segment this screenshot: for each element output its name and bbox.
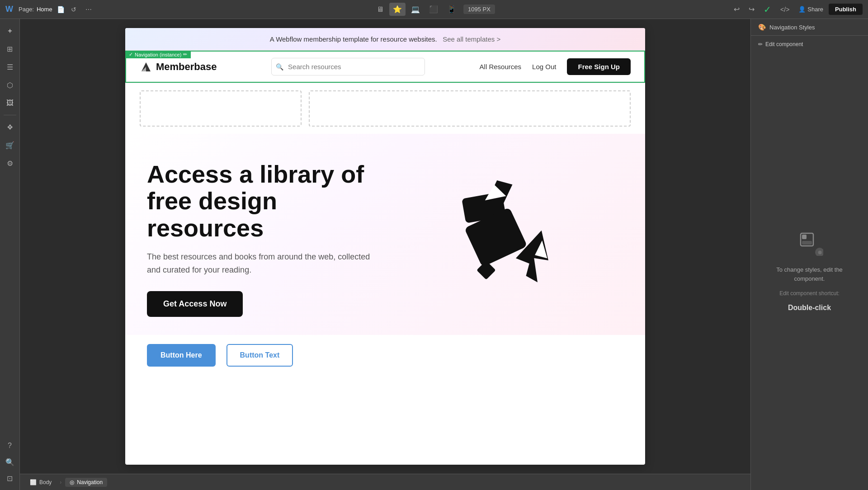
body-icon: ⬜	[30, 479, 37, 485]
svg-text:⊗: ⊗	[817, 250, 821, 255]
hero-illustration	[385, 162, 623, 316]
bottom-bar: ⬜ Body › ◎ Navigation	[20, 474, 750, 490]
hero-svg-illustration	[428, 162, 581, 316]
publish-button[interactable]: Publish	[829, 4, 863, 15]
page-history-icon[interactable]: ↺	[69, 4, 78, 15]
nav-cta-button[interactable]: Free Sign Up	[567, 58, 631, 75]
code-view-button[interactable]: </>	[777, 4, 793, 15]
webflow-logo-icon[interactable]: W	[5, 5, 13, 14]
nav-bar: ✓ Navigation (instance) ✏ Memberbase 🔍	[125, 51, 645, 83]
sidebar-item-add[interactable]: ＋	[2, 23, 18, 39]
share-button[interactable]: 👤 Share	[798, 6, 823, 13]
toolbar-center: 🖥 ⭐ 💻 ⬛ 📱 1095 PX	[373, 3, 495, 16]
sidebar-item-assets[interactable]: 🖼	[2, 95, 18, 111]
left-sidebar: ＋ ⊞ ☰ ⬡ 🖼 ❖ 🛒 ⚙ ? 🔍 ⊡	[0, 19, 20, 490]
device-icons: 🖥 ⭐ 💻 ⬛ 📱	[373, 3, 460, 16]
nav-instance-label: ✓ Navigation (instance) ✏	[125, 51, 191, 58]
device-tablet-h-btn[interactable]: ⬛	[425, 3, 442, 16]
announcement-link[interactable]: See all templates >	[443, 35, 500, 43]
svg-rect-8	[476, 261, 495, 280]
body-label: Body	[39, 479, 52, 485]
button-here-button[interactable]: Button Here	[147, 344, 216, 367]
page-content: A Webflow membership template for resour…	[125, 28, 645, 465]
edit-component-label: Edit component	[765, 41, 803, 47]
nav-search[interactable]: 🔍	[271, 58, 425, 75]
badge-svg: ⊗	[812, 245, 823, 256]
hero-title-line2: free design resources	[147, 187, 277, 241]
logo-icon	[140, 61, 152, 73]
right-sidebar: 🎨 Navigation Styles ✏ Edit component	[750, 19, 868, 490]
hero-subtitle: The best resources and books from around…	[147, 250, 385, 277]
sidebar-item-pages[interactable]: ☰	[2, 59, 18, 75]
nav-links: All Resources Log Out Free Sign Up	[480, 58, 631, 75]
nav-instance-area	[125, 83, 645, 134]
undo-redo: ↩ ↪	[730, 3, 758, 15]
breadcrumb-sep: ›	[60, 479, 61, 485]
logo-text: Memberbase	[156, 61, 217, 73]
page-label: Page: Home 📄 ↺	[19, 4, 78, 15]
sidebar-item-components[interactable]: ❖	[2, 119, 18, 135]
sidebar-item-search[interactable]: 🔍	[2, 454, 18, 470]
sidebar-bottom: ? 🔍 ⊡	[2, 438, 18, 486]
more-options-icon[interactable]: ⋯	[84, 4, 94, 15]
announcement-text: A Webflow membership template for resour…	[270, 35, 437, 43]
nav-styles-title: Navigation Styles	[769, 24, 815, 31]
nav-instance-edit-icon[interactable]: ✏	[183, 52, 187, 57]
nav-slot-left	[140, 90, 302, 127]
toolbar-right: ↩ ↪ ✓ </> 👤 Share Publish	[730, 3, 863, 15]
px-display: 1095 PX	[463, 5, 495, 14]
sidebar-hint: To change styles, edit the component.	[762, 265, 857, 283]
sidebar-item-audit[interactable]: ⊡	[2, 470, 18, 486]
sidebar-divider	[4, 115, 16, 115]
svg-rect-10	[802, 235, 807, 239]
page-doc-icon[interactable]: 📄	[55, 4, 66, 15]
button-text-button[interactable]: Button Text	[226, 344, 293, 367]
hero-title-line1: Access a library of	[147, 160, 364, 188]
device-breakpoint-btn[interactable]: ⭐	[389, 3, 406, 16]
nav-logo[interactable]: Memberbase	[140, 61, 217, 73]
svg-rect-11	[802, 241, 812, 245]
edit-component-btn[interactable]: ✏ Edit component	[758, 41, 861, 47]
nav-instance-text: Navigation (instance)	[135, 52, 181, 57]
hero-cta-button[interactable]: Get Access Now	[147, 291, 243, 317]
sidebar-shortcut-key: Double-click	[788, 304, 831, 312]
top-toolbar: W Page: Home 📄 ↺ ⋯ 🖥 ⭐ 💻 ⬛ 📱 1095 PX ↩ ↪…	[0, 0, 868, 19]
sync-status-icon: ✓	[764, 4, 771, 15]
redo-button[interactable]: ↪	[745, 3, 758, 15]
undo-button[interactable]: ↩	[730, 3, 743, 15]
shortcut-label: Edit component shortcut:	[779, 290, 840, 297]
search-input[interactable]	[271, 58, 425, 75]
share-icon: 👤	[798, 6, 806, 13]
nav-styles-icon: 🎨	[758, 24, 766, 31]
page-name[interactable]: Home	[37, 6, 52, 13]
share-label: Share	[807, 6, 823, 13]
right-sidebar-header: 🎨 Navigation Styles	[751, 19, 868, 36]
device-desktop-btn[interactable]: 🖥	[373, 3, 387, 16]
sidebar-item-cms[interactable]: ⬡	[2, 77, 18, 93]
device-laptop-btn[interactable]: 💻	[407, 3, 424, 16]
sidebar-item-ecommerce[interactable]: 🛒	[2, 137, 18, 153]
navigation-label: Navigation	[77, 479, 103, 485]
nav-link-all-resources[interactable]: All Resources	[480, 63, 522, 71]
announcement-bar: A Webflow membership template for resour…	[125, 28, 645, 51]
component-badge-icon: ⊗	[812, 245, 823, 258]
breadcrumb-navigation[interactable]: ◎ Navigation	[65, 478, 107, 487]
sidebar-content: ⊗ To change styles, edit the component. …	[751, 53, 868, 490]
search-icon: 🔍	[276, 63, 283, 71]
toolbar-left: W Page: Home 📄 ↺ ⋯	[5, 4, 94, 15]
nav-link-logout[interactable]: Log Out	[532, 63, 556, 71]
page-canvas: A Webflow membership template for resour…	[20, 19, 750, 474]
canvas-area: A Webflow membership template for resour…	[20, 19, 750, 490]
float-buttons: Button Here Button Text	[125, 335, 645, 385]
breadcrumb-body[interactable]: ⬜ Body	[25, 478, 56, 487]
edit-pencil-icon: ✏	[758, 41, 763, 47]
device-tablet-v-btn[interactable]: 📱	[443, 3, 460, 16]
page-prefix: Page:	[19, 6, 34, 13]
sidebar-item-navigator[interactable]: ⊞	[2, 41, 18, 57]
component-icon-wrap: ⊗	[796, 231, 823, 258]
main-area: ＋ ⊞ ☰ ⬡ 🖼 ❖ 🛒 ⚙ ? 🔍 ⊡ A Webflow membersh…	[0, 19, 868, 490]
nav-slot-right	[309, 90, 631, 127]
hero-title: Access a library of free design resource…	[147, 161, 385, 241]
sidebar-item-help[interactable]: ?	[2, 438, 18, 454]
sidebar-item-apps[interactable]: ⚙	[2, 155, 18, 171]
